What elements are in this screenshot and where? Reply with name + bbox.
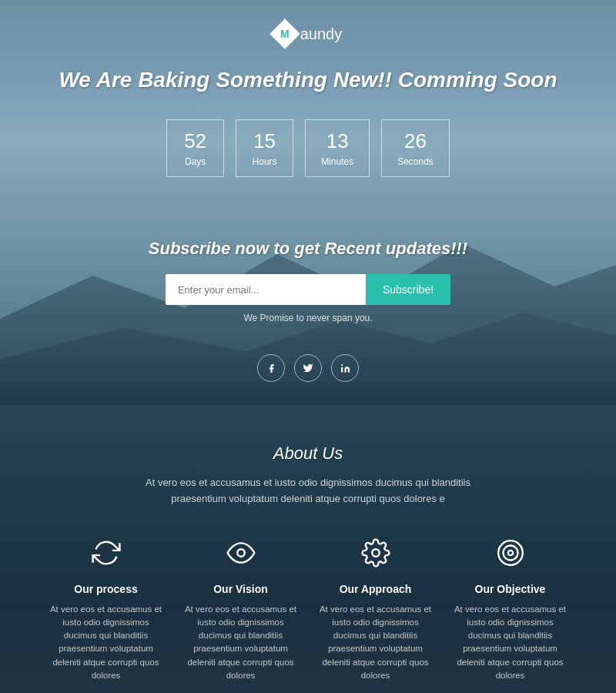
subscribe-title: Subscribe now to get Recent updates!!! <box>0 239 616 259</box>
hero-title: We Are Baking Something New!! Comming So… <box>0 68 616 92</box>
logo-brand: aundy <box>300 25 343 43</box>
feature-process: Our process At vero eos et accusamus et … <box>46 538 166 683</box>
countdown-minutes: 13 Minutes <box>305 119 370 177</box>
objective-icon <box>450 538 570 574</box>
facebook-icon[interactable] <box>257 354 285 382</box>
email-input[interactable] <box>166 274 366 305</box>
hours-label: Hours <box>252 156 277 167</box>
feature-process-title: Our process <box>46 583 166 595</box>
svg-point-5 <box>507 550 512 554</box>
feature-approach: Our Approach At vero eos et accusamus et… <box>316 538 435 683</box>
seconds-number: 26 <box>397 129 434 153</box>
logo-icon: M <box>270 18 300 49</box>
countdown-hours: 15 Hours <box>236 119 293 177</box>
svg-point-1 <box>237 549 245 557</box>
svg-point-2 <box>372 549 380 557</box>
feature-objective-text: At vero eos et accusamus et iusto odio d… <box>450 603 570 683</box>
social-icons-area <box>0 354 616 382</box>
svg-point-0 <box>341 364 343 366</box>
about-title: About Us <box>46 444 570 464</box>
about-description: At vero eos et accusamus et iusto odio d… <box>123 475 493 507</box>
feature-vision: Our Vision At vero eos et accusamus et i… <box>181 538 300 683</box>
subscribe-note: We Promise to never span you. <box>0 313 616 323</box>
feature-objective-title: Our Objective <box>450 583 570 595</box>
features-grid: Our process At vero eos et accusamus et … <box>46 538 570 683</box>
subscribe-button[interactable]: Subscribe! <box>366 274 450 305</box>
days-label: Days <box>182 156 208 167</box>
vision-icon <box>181 538 300 574</box>
feature-process-text: At vero eos et accusamus et iusto odio d… <box>46 603 166 683</box>
feature-vision-title: Our Vision <box>181 583 300 595</box>
subscribe-form: Subscribe! <box>0 274 616 305</box>
minutes-label: Minutes <box>321 156 353 167</box>
about-section: About Us At vero eos et accusamus et ius… <box>0 405 616 693</box>
logo-letter: M <box>280 28 290 40</box>
feature-approach-title: Our Approach <box>316 583 435 595</box>
seconds-label: Seconds <box>397 156 434 167</box>
feature-approach-text: At vero eos et accusamus et iusto odio d… <box>316 603 435 683</box>
days-number: 52 <box>182 129 208 153</box>
logo-area: M aundy <box>0 0 616 56</box>
hero-section: M aundy We Are Baking Something New!! Co… <box>0 0 616 405</box>
subscribe-section: Subscribe now to get Recent updates!!! S… <box>0 216 616 339</box>
countdown-area: 52 Days 15 Hours 13 Minutes 26 Seconds <box>0 119 616 177</box>
countdown-days: 52 Days <box>166 119 224 177</box>
approach-icon <box>316 538 435 574</box>
svg-point-3 <box>498 541 523 565</box>
linkedin-icon[interactable] <box>331 354 359 382</box>
feature-vision-text: At vero eos et accusamus et iusto odio d… <box>181 603 300 683</box>
logo-wrapper: M aundy <box>274 23 343 45</box>
countdown-seconds: 26 Seconds <box>381 119 450 177</box>
svg-point-4 <box>503 545 517 560</box>
process-icon <box>46 538 166 574</box>
feature-objective: Our Objective At vero eos et accusamus e… <box>450 538 570 683</box>
twitter-icon[interactable] <box>294 354 322 382</box>
hours-number: 15 <box>252 129 277 153</box>
minutes-number: 13 <box>321 129 353 153</box>
